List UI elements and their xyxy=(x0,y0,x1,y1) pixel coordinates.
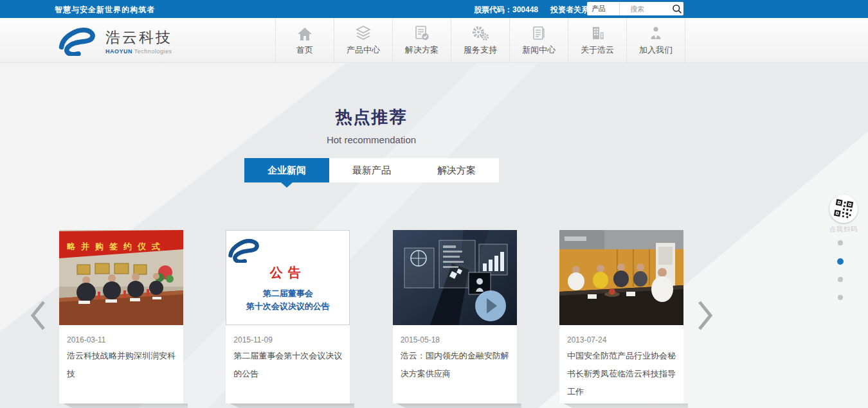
announcement-line1: 第二届董事会 xyxy=(226,287,349,300)
carousel-prev-arrow[interactable] xyxy=(28,299,48,334)
card-body: 2016-03-11 浩云科技战略并购深圳润安科技 xyxy=(59,325,183,383)
tab-latest-products[interactable]: 最新产品 xyxy=(329,158,414,182)
qr-widget[interactable]: 点我扫码 xyxy=(828,195,859,234)
topbar: 智慧与安全新世界的构筑者 股票代码：300448 投资者关系 产品 xyxy=(0,0,868,18)
card-title: 浩云：国内领先的金融安防解决方案供应商 xyxy=(401,347,509,383)
haoyun-homepage: 智慧与安全新世界的构筑者 股票代码：300448 投资者关系 产品 浩云科技 H… xyxy=(0,0,868,408)
news-card[interactable]: 2015-05-18 浩云：国内领先的金融安防解决方案供应商 xyxy=(393,230,517,404)
site-slogan: 智慧与安全新世界的构筑者 xyxy=(55,4,155,15)
document-check-icon xyxy=(413,25,430,42)
section-title: 热点推荐 xyxy=(59,106,683,129)
banner-text: 略并购签约仪式 xyxy=(67,242,166,251)
qr-code-icon[interactable] xyxy=(827,193,860,226)
carousel-next-arrow[interactable] xyxy=(696,299,715,334)
logo[interactable]: 浩云科技 HAOYUN Technologies xyxy=(57,24,172,58)
nav-item-news[interactable]: 新闻中心 xyxy=(509,18,568,62)
nav-label: 加入我们 xyxy=(639,44,673,56)
conference-room-photo xyxy=(559,230,683,325)
gears-icon xyxy=(471,25,489,42)
carousel-dot-4[interactable] xyxy=(838,295,843,300)
carousel-dot-1[interactable] xyxy=(838,240,843,245)
card-body: 2015-05-18 浩云：国内领先的金融安防解决方案供应商 xyxy=(393,325,517,383)
carousel-dot-2[interactable] xyxy=(837,258,844,265)
card-title: 浩云科技战略并购深圳润安科技 xyxy=(67,347,176,383)
nav-label: 解决方案 xyxy=(405,44,439,56)
nav-item-home[interactable]: 首页 xyxy=(275,18,334,62)
card-body: 2015-11-09 第二届董事会第十次会议决议的公告 xyxy=(226,325,350,383)
card-date: 2015-05-18 xyxy=(401,335,509,344)
nav-item-support[interactable]: 服务支持 xyxy=(451,18,509,62)
search-input[interactable] xyxy=(620,3,670,15)
logo-en-rest: Technologies xyxy=(134,48,172,55)
logo-name-cn: 浩云科技 xyxy=(105,28,172,48)
nav-label: 服务支持 xyxy=(464,44,497,56)
card-date: 2013-07-24 xyxy=(567,335,676,344)
announcement-card: 公告 第二届董事会 第十次会议决议的公告 xyxy=(226,230,350,325)
section-heading: 热点推荐 Hot recommendation xyxy=(59,106,683,145)
section-subtitle: Hot recommendation xyxy=(59,134,683,145)
person-icon xyxy=(647,25,664,42)
announcement-heading: 公告 xyxy=(226,264,349,281)
stock-code: 股票代码：300448 xyxy=(474,4,538,15)
nav-item-solutions[interactable]: 解决方案 xyxy=(392,18,451,62)
nav-item-join[interactable]: 加入我们 xyxy=(626,18,685,62)
news-card[interactable]: 略并购签约仪式 2016-03-11 浩云科技战略并购深圳润安科技 xyxy=(59,230,183,404)
hot-recommendation-section: 热点推荐 Hot recommendation 企业新闻 最新产品 解决方案 xyxy=(0,62,868,408)
search-icon[interactable] xyxy=(670,2,683,15)
business-tech-photo xyxy=(393,230,517,325)
meeting-signing-photo: 略并购签约仪式 xyxy=(59,230,183,325)
home-icon xyxy=(296,25,313,42)
logo-text: 浩云科技 HAOYUN Technologies xyxy=(105,28,172,55)
nav-item-about[interactable]: 关于浩云 xyxy=(568,18,626,62)
tab-solutions[interactable]: 解决方案 xyxy=(414,158,499,182)
logo-swirl-icon xyxy=(57,24,99,58)
news-card-list: 略并购签约仪式 2016-03-11 浩云科技战略并购深圳润安科技 xyxy=(59,230,683,404)
logo-name-en: HAOYUN Technologies xyxy=(105,48,172,55)
logo-en-bold: HAOYUN xyxy=(105,48,132,55)
recommendation-tabs: 企业新闻 最新产品 解决方案 xyxy=(244,158,499,182)
nav-label: 首页 xyxy=(296,44,313,56)
nav-item-products[interactable]: 产品中心 xyxy=(334,18,392,62)
card-date: 2015-11-09 xyxy=(233,335,342,344)
carousel-dot-3[interactable] xyxy=(838,277,843,282)
nav-label: 关于浩云 xyxy=(581,44,614,56)
search-box: 产品 xyxy=(587,2,683,15)
card-body: 2013-07-24 中国安全防范产品行业协会秘书长靳秀凤莅临浩云科技指导工作 xyxy=(559,325,683,401)
main-nav: 浩云科技 HAOYUN Technologies 首页 产品中心 xyxy=(0,18,868,63)
search-category-select[interactable]: 产品 xyxy=(587,2,620,15)
card-title: 中国安全防范产品行业协会秘书长靳秀凤莅临浩云科技指导工作 xyxy=(567,347,676,401)
card-title: 第二届董事会第十次会议决议的公告 xyxy=(233,347,342,383)
nav-list: 首页 产品中心 解决方案 服务支持 xyxy=(275,18,685,62)
qr-label: 点我扫码 xyxy=(828,225,859,234)
announcement-logo-swirl-icon xyxy=(226,236,349,263)
news-icon xyxy=(530,25,547,42)
announcement-line2: 第十次会议决议的公告 xyxy=(226,300,349,313)
nav-label: 产品中心 xyxy=(347,44,380,56)
card-date: 2016-03-11 xyxy=(67,335,176,344)
nav-label: 新闻中心 xyxy=(522,44,556,56)
news-card[interactable]: 2013-07-24 中国安全防范产品行业协会秘书长靳秀凤莅临浩云科技指导工作 xyxy=(559,230,683,404)
tab-company-news[interactable]: 企业新闻 xyxy=(244,158,329,182)
layers-icon xyxy=(355,25,372,42)
building-icon xyxy=(589,25,606,42)
news-card[interactable]: 公告 第二届董事会 第十次会议决议的公告 2015-11-09 第二届董事会第十… xyxy=(226,230,350,404)
carousel-dots xyxy=(837,240,844,313)
investor-relations-link[interactable]: 投资者关系 xyxy=(550,4,589,15)
